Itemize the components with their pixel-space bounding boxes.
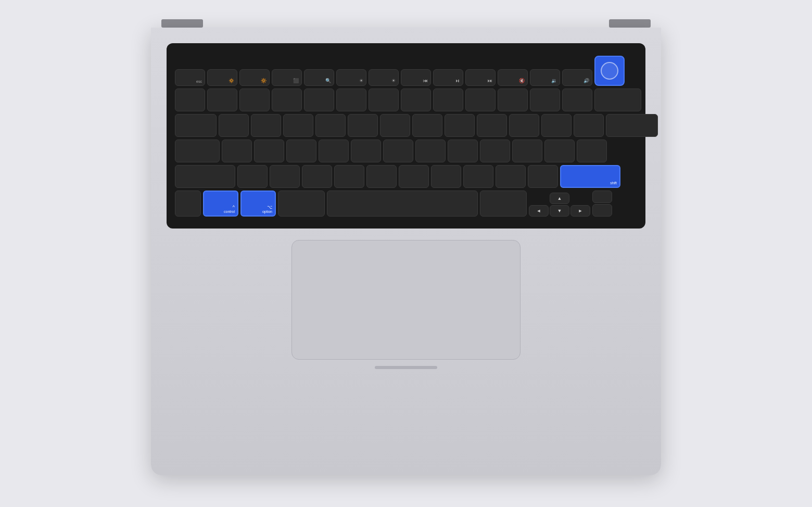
key-f1[interactable]: 🔅	[207, 69, 237, 86]
hinge-left	[161, 19, 203, 28]
key-s[interactable]	[254, 140, 284, 162]
key-9[interactable]	[465, 88, 496, 111]
key-f10[interactable]: 🔇	[498, 69, 528, 86]
key-arrow-up[interactable]: ▲	[550, 193, 569, 204]
hinge-right	[609, 19, 651, 28]
key-1[interactable]	[207, 88, 237, 111]
fn-row: esc 🔅 🔆 ⬛ 🔍 ☀ ☀ ⏮ ⏯ ⏭ 🔇 🔉 🔊	[175, 56, 637, 86]
key-backtick[interactable]	[175, 88, 205, 111]
laptop-body: esc 🔅 🔆 ⬛ 🔍 ☀ ☀ ⏮ ⏯ ⏭ 🔇 🔉 🔊	[151, 28, 661, 475]
key-8[interactable]	[433, 88, 463, 111]
key-f12[interactable]: 🔊	[562, 69, 592, 86]
key-f2[interactable]: 🔆	[239, 69, 270, 86]
power-circle	[601, 62, 618, 80]
key-r[interactable]	[315, 114, 346, 137]
key-i[interactable]	[445, 114, 475, 137]
key-tab[interactable]	[175, 114, 217, 137]
key-v[interactable]	[334, 165, 364, 188]
key-caps[interactable]	[175, 140, 220, 162]
key-backslash[interactable]	[577, 140, 607, 162]
key-arrow-right[interactable]: ►	[570, 205, 590, 217]
key-f9[interactable]: ⏭	[465, 69, 496, 86]
key-f[interactable]	[319, 140, 349, 162]
bottom-bar	[375, 366, 437, 369]
key-n[interactable]	[399, 165, 429, 188]
key-f7[interactable]: ⏮	[401, 69, 431, 86]
key-u[interactable]	[412, 114, 442, 137]
zxcv-row: shift	[175, 165, 637, 188]
key-m[interactable]	[431, 165, 461, 188]
key-4[interactable]	[304, 88, 334, 111]
key-y[interactable]	[380, 114, 410, 137]
number-row	[175, 88, 637, 111]
qwerty-row	[175, 114, 637, 137]
trackpad[interactable]	[291, 240, 521, 360]
key-control[interactable]: ^ control	[203, 191, 238, 217]
key-f5[interactable]: ☀	[336, 69, 366, 86]
key-x[interactable]	[270, 165, 300, 188]
key-comma[interactable]	[463, 165, 493, 188]
key-semicolon[interactable]	[512, 140, 542, 162]
key-a[interactable]	[222, 140, 252, 162]
key-k[interactable]	[448, 140, 478, 162]
key-fn-bottom[interactable]	[175, 191, 201, 217]
key-f11[interactable]: 🔉	[530, 69, 560, 86]
key-extra-1[interactable]	[592, 191, 612, 203]
bottom-row: ^ control ⌥ option ▲ ◄	[175, 191, 637, 217]
key-rshift[interactable]: shift	[560, 165, 620, 188]
key-power[interactable]	[594, 56, 625, 86]
key-f6[interactable]: ☀	[369, 69, 399, 86]
key-arrow-down[interactable]: ▼	[550, 205, 569, 217]
key-c[interactable]	[302, 165, 332, 188]
key-5[interactable]	[336, 88, 366, 111]
key-delete[interactable]	[594, 88, 641, 111]
key-f3[interactable]: ⬛	[272, 69, 302, 86]
key-slash[interactable]	[528, 165, 558, 188]
key-p[interactable]	[509, 114, 539, 137]
key-minus[interactable]	[530, 88, 560, 111]
key-quote[interactable]	[544, 140, 575, 162]
key-e[interactable]	[283, 114, 313, 137]
laptop: esc 🔅 🔆 ⬛ 🔍 ☀ ☀ ⏮ ⏯ ⏭ 🔇 🔉 🔊	[151, 19, 661, 488]
asdf-row	[175, 140, 637, 162]
key-extra-2[interactable]	[592, 204, 612, 217]
key-d[interactable]	[286, 140, 316, 162]
keyboard: esc 🔅 🔆 ⬛ 🔍 ☀ ☀ ⏮ ⏯ ⏭ 🔇 🔉 🔊	[167, 43, 645, 229]
key-l[interactable]	[480, 140, 510, 162]
key-space[interactable]	[327, 191, 478, 217]
key-7[interactable]	[401, 88, 431, 111]
key-w[interactable]	[251, 114, 281, 137]
key-lbracket[interactable]	[541, 114, 572, 137]
key-rbracket[interactable]	[574, 114, 604, 137]
key-q[interactable]	[219, 114, 249, 137]
key-esc[interactable]: esc	[175, 69, 205, 86]
key-z[interactable]	[237, 165, 268, 188]
key-period[interactable]	[496, 165, 526, 188]
key-f4[interactable]: 🔍	[304, 69, 334, 86]
key-2[interactable]	[239, 88, 270, 111]
key-arrow-left[interactable]: ◄	[529, 205, 549, 217]
hinge-area	[161, 19, 651, 28]
key-equal[interactable]	[562, 88, 592, 111]
key-b[interactable]	[366, 165, 397, 188]
key-6[interactable]	[369, 88, 399, 111]
key-o[interactable]	[477, 114, 507, 137]
key-command-right[interactable]	[480, 191, 527, 217]
key-j[interactable]	[415, 140, 446, 162]
key-t[interactable]	[348, 114, 378, 137]
key-g[interactable]	[351, 140, 381, 162]
key-return[interactable]	[606, 114, 658, 137]
key-command-left[interactable]	[278, 191, 325, 217]
key-option[interactable]: ⌥ option	[240, 191, 276, 217]
key-h[interactable]	[383, 140, 413, 162]
key-lshift[interactable]	[175, 165, 235, 188]
key-3[interactable]	[272, 88, 302, 111]
key-0[interactable]	[498, 88, 528, 111]
key-f8[interactable]: ⏯	[433, 69, 463, 86]
